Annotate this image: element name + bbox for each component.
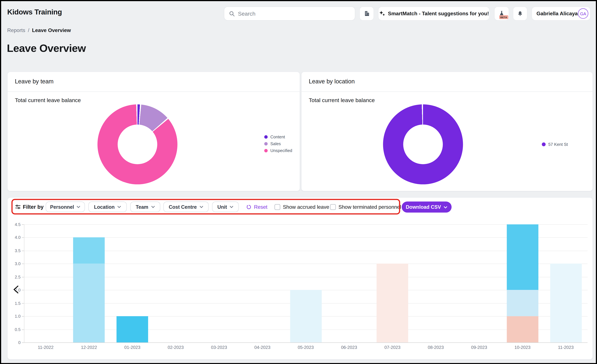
y-axis-label: 1.5 [15, 301, 21, 305]
y-axis-label: 0 [18, 340, 21, 345]
y-axis-tick [22, 342, 24, 343]
bar-segment [507, 290, 538, 316]
bar-segment [73, 264, 105, 342]
x-axis-label: 12-2022 [81, 345, 97, 350]
x-axis-label: 02-2023 [168, 345, 184, 350]
x-axis-label: 01-2023 [124, 345, 140, 350]
y-axis-label: 4.0 [15, 235, 21, 240]
y-axis-label: 2.5 [15, 275, 21, 279]
x-axis-label: 11-2023 [558, 345, 574, 350]
y-axis-label: 3.0 [15, 261, 21, 266]
gridline [24, 237, 588, 238]
bar-segment [550, 264, 581, 342]
bar-segment [117, 316, 148, 342]
bar-segment [507, 224, 538, 290]
y-axis-label: 0.5 [15, 327, 21, 332]
y-axis-label: 3.5 [15, 248, 21, 253]
bar-segment [290, 290, 322, 342]
y-axis-tick [22, 237, 24, 238]
bar-segment [377, 264, 408, 342]
bar-segment [73, 237, 105, 264]
y-axis-tick [22, 316, 24, 317]
y-axis-tick [22, 264, 24, 264]
y-axis-tick [22, 303, 24, 303]
x-axis-label: 07-2023 [385, 345, 401, 350]
x-axis-label: 08-2023 [428, 345, 444, 350]
y-axis-line [24, 224, 24, 342]
gridline [24, 264, 588, 264]
y-axis-tick [22, 290, 24, 290]
y-axis-tick [22, 277, 24, 277]
gridline [24, 251, 588, 251]
y-axis-tick [22, 329, 24, 330]
bar-segment [507, 316, 538, 342]
x-axis-label: 10-2023 [514, 345, 531, 350]
x-axis-label: 11-2022 [38, 345, 54, 350]
app-window: Kidows Training Search SmartMatch - Tale… [0, 0, 597, 364]
x-axis-label: 05-2023 [298, 345, 314, 350]
y-axis-tick [22, 251, 24, 251]
collapse-chevron-icon[interactable] [13, 285, 19, 294]
monthly-leave-bar-chart: 00.51.01.52.02.53.03.54.04.511-202212-20… [1, 1, 597, 364]
y-axis-label: 1.0 [15, 314, 21, 318]
y-axis-label: 4.5 [15, 222, 21, 227]
x-axis-line [24, 342, 588, 343]
y-axis-tick [22, 224, 24, 225]
x-axis-label: 04-2023 [254, 345, 270, 350]
x-axis-label: 06-2023 [341, 345, 357, 350]
x-axis-label: 09-2023 [471, 345, 487, 350]
x-axis-label: 03-2023 [211, 345, 227, 350]
gridline [24, 224, 588, 225]
gridline [24, 277, 588, 277]
